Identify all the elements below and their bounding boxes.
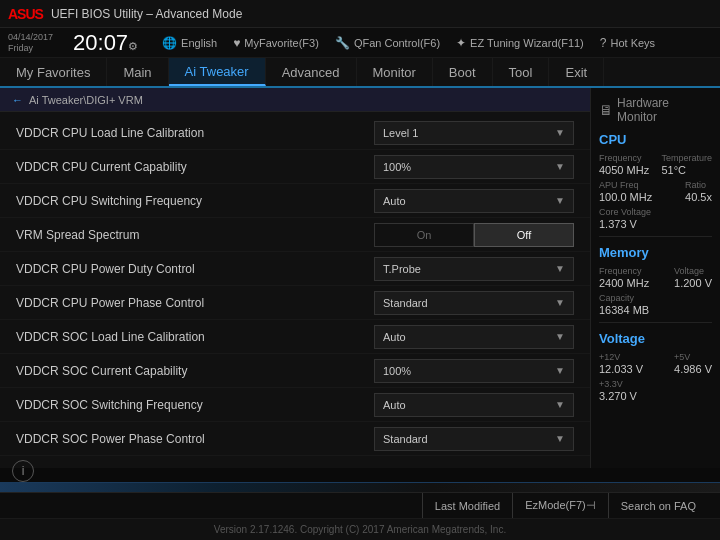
volt-33-row: +3.3V 3.270 V — [599, 379, 712, 402]
dropdown-arrow-8: ▼ — [555, 399, 565, 410]
tab-advanced[interactable]: Advanced — [266, 58, 357, 86]
volt-12-5-row: +12V 12.033 V +5V 4.986 V — [599, 352, 712, 375]
copyright-bar: Version 2.17.1246. Copyright (C) 2017 Am… — [0, 518, 720, 540]
tab-boot[interactable]: Boot — [433, 58, 493, 86]
setting-label-1: VDDCR CPU Current Capability — [16, 160, 374, 174]
back-arrow-icon[interactable]: ← — [12, 94, 23, 106]
dropdown-7[interactable]: 100% ▼ — [374, 359, 574, 383]
dropdown-arrow-7: ▼ — [555, 365, 565, 376]
dropdown-9[interactable]: Standard ▼ — [374, 427, 574, 451]
dropdown-arrow-1: ▼ — [555, 161, 565, 172]
volt-5-col: +5V 4.986 V — [674, 352, 712, 375]
monitor-icon: 🖥 — [599, 102, 613, 118]
mem-freq-col: Frequency 2400 MHz — [599, 266, 649, 289]
volt-33-col: +3.3V 3.270 V — [599, 379, 637, 402]
hw-divider-2 — [599, 322, 712, 323]
tab-monitor[interactable]: Monitor — [357, 58, 433, 86]
info-bar: 04/14/2017 Friday 20:07⚙ 🌐 English ♥ MyF… — [0, 28, 720, 58]
mem-capacity-col: Capacity 16384 MB — [599, 293, 649, 316]
setting-label-0: VDDCR CPU Load Line Calibration — [16, 126, 374, 140]
setting-row-1: VDDCR CPU Current Capability 100% ▼ — [0, 150, 590, 184]
cpu-corevolt-row: Core Voltage 1.373 V — [599, 207, 712, 230]
dropdown-arrow-6: ▼ — [555, 331, 565, 342]
myfavorites-button[interactable]: ♥ MyFavorite(F3) — [233, 36, 319, 50]
setting-control-3: On Off — [374, 223, 574, 247]
tab-ai-tweaker[interactable]: Ai Tweaker — [169, 58, 266, 86]
hot-keys-button[interactable]: ? Hot Keys — [600, 36, 655, 50]
header-title: UEFI BIOS Utility – Advanced Mode — [51, 7, 242, 21]
ez-mode-button[interactable]: EzMode(F7)⊣ — [512, 493, 608, 518]
setting-row-5: VDDCR CPU Power Phase Control Standard ▼ — [0, 286, 590, 320]
toggle-on-button[interactable]: On — [374, 223, 474, 247]
cpu-ratio-value: 40.5x — [685, 191, 712, 203]
favorites-icon: ♥ — [233, 36, 240, 50]
toggle-off-button[interactable]: Off — [474, 223, 574, 247]
volt-33-value: 3.270 V — [599, 390, 637, 402]
cpu-frequency-value: 4050 MHz — [599, 164, 649, 176]
cpu-apu-ratio-row: APU Freq 100.0 MHz Ratio 40.5x — [599, 180, 712, 203]
cpu-apu-value: 100.0 MHz — [599, 191, 652, 203]
cpu-section-title: CPU — [599, 132, 712, 147]
copyright-text: Version 2.17.1246. Copyright (C) 2017 Am… — [214, 524, 506, 535]
search-faq-button[interactable]: Search on FAQ — [608, 493, 708, 518]
setting-row-7: VDDCR SOC Current Capability 100% ▼ — [0, 354, 590, 388]
decorative-stripe — [0, 482, 720, 492]
setting-label-8: VDDCR SOC Switching Frequency — [16, 398, 374, 412]
clock-gear-icon[interactable]: ⚙ — [128, 40, 138, 52]
tab-main[interactable]: Main — [107, 58, 168, 86]
breadcrumb-path: Ai Tweaker\DIGI+ VRM — [29, 94, 143, 106]
setting-row-4: VDDCR CPU Power Duty Control T.Probe ▼ — [0, 252, 590, 286]
qfan-button[interactable]: 🔧 QFan Control(F6) — [335, 36, 440, 50]
setting-control-5: Standard ▼ — [374, 291, 574, 315]
last-modified-button[interactable]: Last Modified — [422, 493, 512, 518]
volt-12-col: +12V 12.033 V — [599, 352, 643, 375]
mem-capacity-label: Capacity — [599, 293, 649, 303]
dropdown-0[interactable]: Level 1 ▼ — [374, 121, 574, 145]
dropdown-arrow-5: ▼ — [555, 297, 565, 308]
setting-label-9: VDDCR SOC Power Phase Control — [16, 432, 374, 446]
toggle-3: On Off — [374, 223, 574, 247]
cpu-corevolt-col: Core Voltage 1.373 V — [599, 207, 651, 230]
setting-row-6: VDDCR SOC Load Line Calibration Auto ▼ — [0, 320, 590, 354]
cpu-temp-value: 51°C — [661, 164, 712, 176]
main-panel: ← Ai Tweaker\DIGI+ VRM VDDCR CPU Load Li… — [0, 88, 590, 468]
cpu-corevolt-value: 1.373 V — [599, 218, 651, 230]
setting-label-7: VDDCR SOC Current Capability — [16, 364, 374, 378]
setting-row-2: VDDCR CPU Switching Frequency Auto ▼ — [0, 184, 590, 218]
dropdown-8[interactable]: Auto ▼ — [374, 393, 574, 417]
mem-capacity-row: Capacity 16384 MB — [599, 293, 712, 316]
tuning-icon: ✦ — [456, 36, 466, 50]
nav-bar: My Favorites Main Ai Tweaker Advanced Mo… — [0, 58, 720, 88]
hotkeys-icon: ? — [600, 36, 607, 50]
setting-row-8: VDDCR SOC Switching Frequency Auto ▼ — [0, 388, 590, 422]
header-bar: ASUS UEFI BIOS Utility – Advanced Mode — [0, 0, 720, 28]
cpu-apu-label: APU Freq — [599, 180, 652, 190]
tab-exit[interactable]: Exit — [549, 58, 604, 86]
dropdown-5[interactable]: Standard ▼ — [374, 291, 574, 315]
cpu-frequency-col: Frequency 4050 MHz — [599, 153, 649, 176]
setting-row-9: VDDCR SOC Power Phase Control Standard ▼ — [0, 422, 590, 456]
mem-capacity-value: 16384 MB — [599, 304, 649, 316]
cpu-apu-col: APU Freq 100.0 MHz — [599, 180, 652, 203]
ez-tuning-button[interactable]: ✦ EZ Tuning Wizard(F11) — [456, 36, 584, 50]
datetime-display: 04/14/2017 Friday — [8, 32, 53, 54]
setting-control-6: Auto ▼ — [374, 325, 574, 349]
dropdown-4[interactable]: T.Probe ▼ — [374, 257, 574, 281]
language-selector[interactable]: 🌐 English — [162, 36, 217, 50]
dropdown-6[interactable]: Auto ▼ — [374, 325, 574, 349]
setting-row-0: VDDCR CPU Load Line Calibration Level 1 … — [0, 116, 590, 150]
tab-tool[interactable]: Tool — [493, 58, 550, 86]
dropdown-arrow-9: ▼ — [555, 433, 565, 444]
volt-12-value: 12.033 V — [599, 363, 643, 375]
content-area: ← Ai Tweaker\DIGI+ VRM VDDCR CPU Load Li… — [0, 88, 720, 468]
memory-section-title: Memory — [599, 245, 712, 260]
tab-my-favorites[interactable]: My Favorites — [0, 58, 107, 86]
dropdown-1[interactable]: 100% ▼ — [374, 155, 574, 179]
cpu-temp-label: Temperature — [661, 153, 712, 163]
dropdown-arrow-2: ▼ — [555, 195, 565, 206]
dropdown-2[interactable]: Auto ▼ — [374, 189, 574, 213]
info-button[interactable]: i — [12, 460, 34, 482]
dropdown-arrow-4: ▼ — [555, 263, 565, 274]
breadcrumb: ← Ai Tweaker\DIGI+ VRM — [0, 88, 590, 112]
clock-display: 20:07⚙ — [73, 32, 138, 54]
